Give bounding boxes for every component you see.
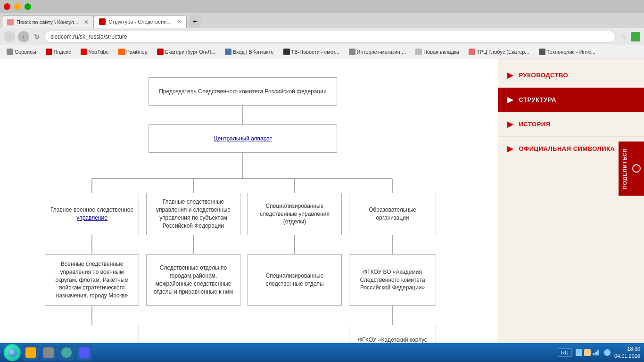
url-bar[interactable]: sledcom.ru/sk_russia/structure: [44, 31, 616, 43]
omnibox-bar: ‹ › ↻ sledcom.ru/sk_russia/structure ☆: [0, 28, 644, 45]
bookmark-servisy-icon: [7, 49, 13, 55]
bookmark-tv-icon: [283, 49, 290, 55]
bookmark-trc-label: ТРЦ Глобус (Екатер...: [477, 49, 529, 55]
forward-button[interactable]: ›: [18, 31, 29, 42]
bookmark-vk-label: Вход | ВКонтакте: [233, 49, 274, 55]
org-chart-wrapper: Председатель Следственного комитета Росс…: [14, 68, 415, 351]
taskbar-app-2[interactable]: [41, 345, 57, 361]
sidebar-item-istoriya[interactable]: ▶ ИСТОРИЯ: [498, 112, 644, 137]
clock-time: 18:30: [614, 346, 640, 353]
start-button[interactable]: [4, 344, 21, 361]
bookmark-inet[interactable]: Интернет-магазин ...: [345, 48, 410, 56]
bookmark-star[interactable]: ☆: [619, 32, 628, 41]
node-edu-org-text: Образовательные организации: [353, 206, 432, 222]
sidebar-label-simvolika: ОФИЦИАЛЬНАЯ СИМВОЛИКА: [519, 145, 615, 152]
taskbar: RU 18:30 04.01.2016: [0, 343, 644, 362]
new-tab-button[interactable]: +: [189, 15, 202, 28]
tab-1-icon: [7, 19, 14, 25]
bookmark-tv[interactable]: ТВ-Новости - смот...: [280, 48, 343, 56]
system-icons: [576, 349, 611, 356]
tab-2-label: Структура - Следственн...: [108, 19, 171, 25]
sidebar-bullet-struktura: ▶: [507, 95, 513, 104]
back-button[interactable]: ‹: [4, 31, 15, 42]
sidebar: ▶ РУКОВОДСТВО ▶ СТРУКТУРА ▶ ИСТОРИЯ ▶ ОФ…: [498, 58, 644, 362]
bookmark-yandex[interactable]: Яндекс: [42, 48, 75, 56]
bookmark-newtab[interactable]: Новая вкладка: [412, 48, 463, 56]
window-maximize-icon[interactable]: [25, 3, 31, 10]
bookmark-ekb-icon: [157, 49, 164, 55]
share-label: ПОДЕЛИТЬСЯ: [622, 148, 627, 189]
bookmark-youtube[interactable]: YouTube: [77, 48, 113, 56]
tab-1[interactable]: Поиск по сайту \ Консул... ✕: [2, 15, 94, 28]
windows-logo: [8, 348, 17, 357]
node-central-link[interactable]: Центральный аппарат: [214, 135, 272, 143]
node-academy-text: ФГКОУ ВО «Академия Следственного комитет…: [353, 268, 432, 292]
bookmark-tech[interactable]: Технополис - Инте...: [535, 48, 600, 56]
sidebar-item-struktura[interactable]: ▶ СТРУКТУРА: [498, 88, 644, 112]
bookmark-servisy[interactable]: Сервисы: [3, 48, 40, 56]
bookmark-tech-label: Технополис - Инте...: [547, 49, 596, 55]
window-close-icon[interactable]: [4, 3, 10, 10]
tab-2-close[interactable]: ✕: [177, 18, 182, 25]
taskbar-app-1-icon: [25, 347, 36, 358]
sidebar-item-rukovodstvo[interactable]: ▶ РУКОВОДСТВО: [498, 63, 644, 88]
node-military-units-text: Военные следственные управления по военн…: [49, 260, 135, 300]
node-spec-invest: Специализированные следственные управлен…: [248, 193, 342, 235]
taskbar-app-4[interactable]: [76, 345, 92, 361]
bookmark-vk[interactable]: Вход | ВКонтакте: [221, 48, 278, 56]
tab-bar: Поиск по сайту \ Консул... ✕ Структура -…: [0, 13, 644, 28]
main-area: Председатель Следственного комитета Росс…: [0, 58, 644, 362]
tab-2[interactable]: Структура - Следственн... ✕: [94, 15, 186, 28]
bookmark-yandex-label: Яндекс: [54, 49, 71, 55]
bookmark-youtube-label: YouTube: [89, 49, 109, 55]
taskbar-app-4-icon: [79, 347, 90, 358]
sidebar-bullet-istoriya: ▶: [507, 120, 513, 129]
taskbar-app-1[interactable]: [23, 345, 39, 361]
node-central[interactable]: Центральный аппарат: [149, 124, 337, 153]
taskbar-app-2-icon: [43, 347, 54, 358]
bookmark-trc-icon: [469, 49, 475, 55]
window-minimize-icon[interactable]: [14, 3, 21, 10]
bookmark-rambler-label: Рамблер: [126, 49, 148, 55]
bookmark-rambler[interactable]: Рамблер: [115, 48, 151, 56]
sys-icon-2: [584, 349, 591, 356]
share-icon: [632, 165, 641, 173]
bookmark-tech-icon: [539, 49, 545, 55]
sys-icon-1: [576, 349, 582, 356]
language-button[interactable]: RU: [558, 348, 572, 357]
bookmark-tv-label: ТВ-Новости - смот...: [291, 49, 339, 55]
node-spec-depts-text: Специализированные следственные отделы: [252, 272, 338, 288]
sidebar-label-istoriya: ИСТОРИЯ: [519, 121, 551, 128]
bookmark-rambler-icon: [118, 49, 125, 55]
taskbar-app-3-icon: [61, 347, 72, 358]
tab-1-close[interactable]: ✕: [84, 19, 89, 25]
taskbar-app-3[interactable]: [58, 345, 74, 361]
org-chart-area: Председатель Следственного комитета Росс…: [0, 58, 498, 362]
extension-1[interactable]: [631, 32, 640, 41]
bookmark-ekb[interactable]: Екатеринбург Он-Л...: [153, 48, 219, 56]
tab-2-icon: [99, 18, 106, 25]
node-military-main-text: Главное военное следственное управление: [49, 206, 135, 222]
bookmark-ekb-label: Екатеринбург Он-Л...: [165, 49, 215, 55]
bookmark-inet-icon: [349, 49, 355, 55]
url-text: sledcom.ru/sk_russia/structure: [50, 33, 127, 40]
node-central-text: Центральный аппарат: [214, 135, 272, 142]
node-academy: ФГКОУ ВО «Академия Следственного комитет…: [349, 254, 436, 306]
sidebar-label-struktura: СТРУКТУРА: [519, 96, 556, 103]
bookmark-youtube-icon: [81, 49, 87, 55]
clock-date: 04.01.2016: [614, 353, 640, 360]
bookmark-servisy-label: Сервисы: [15, 49, 36, 55]
node-military-units: Военные следственные управления по военн…: [45, 254, 139, 306]
share-button[interactable]: ПОДЕЛИТЬСЯ: [619, 141, 644, 196]
refresh-button[interactable]: ↻: [32, 32, 41, 41]
bookmark-newtab-label: Новая вкладка: [423, 49, 459, 55]
taskbar-time: 18:30 04.01.2016: [614, 346, 640, 360]
signal-bars: [593, 350, 602, 355]
node-spec-invest-text: Специализированные следственные управлен…: [252, 202, 338, 226]
share-button-container: ПОДЕЛИТЬСЯ: [619, 141, 644, 196]
taskbar-sys-area: RU 18:30 04.01.2016: [558, 346, 640, 360]
node-main-invest: Главные следственные управления и следст…: [146, 193, 240, 235]
node-military-main[interactable]: Главное военное следственное управление: [45, 193, 139, 235]
sys-icon-3: [604, 349, 611, 356]
bookmark-trc[interactable]: ТРЦ Глобус (Екатер...: [465, 48, 533, 56]
